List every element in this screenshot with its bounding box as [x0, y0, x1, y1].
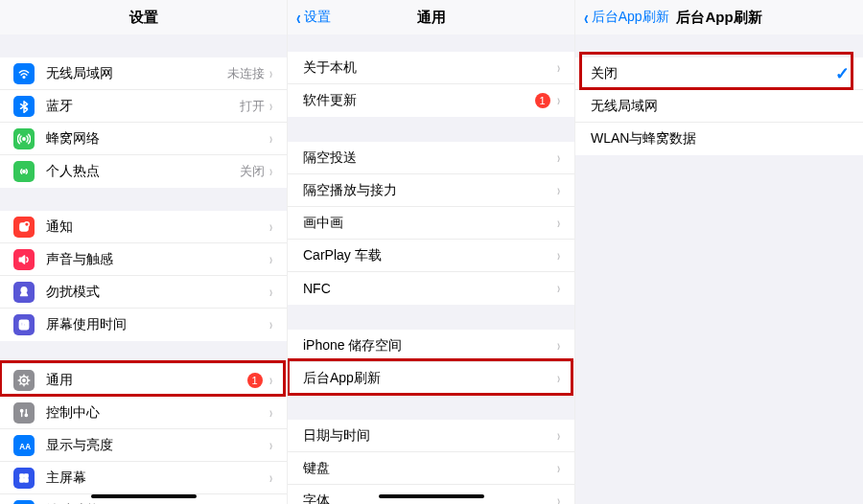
settings-row-hotspot[interactable]: 个人热点关闭› — [0, 155, 287, 188]
svg-point-2 — [23, 171, 25, 172]
chevron-right-icon: › — [557, 370, 560, 387]
hotspot-icon — [13, 161, 35, 182]
row-label: 蓝牙 — [46, 98, 240, 115]
row-label: 显示与亮度 — [46, 437, 269, 454]
chevron-right-icon: › — [269, 437, 272, 454]
chevron-right-icon: › — [269, 470, 272, 487]
row-label: 蜂窝网络 — [46, 130, 269, 148]
svg-rect-15 — [20, 478, 24, 482]
general-row[interactable]: 日期与时间› — [288, 420, 574, 452]
wifi-icon — [13, 63, 35, 84]
svg-rect-14 — [25, 473, 28, 477]
back-button[interactable]: ‹ 后台App刷新 — [583, 0, 669, 34]
cellular-icon — [13, 128, 35, 149]
svg-text:AA: AA — [19, 442, 31, 450]
settings-row-wifi[interactable]: 无线局域网未连接› — [0, 57, 287, 90]
back-label: 设置 — [304, 9, 331, 26]
chevron-right-icon: › — [269, 372, 272, 389]
row-label: CarPlay 车载 — [303, 247, 556, 264]
svg-point-1 — [23, 137, 25, 139]
chevron-right-icon: › — [557, 215, 560, 232]
settings-row-general[interactable]: 通用1› — [0, 364, 287, 397]
settings-row-screentime[interactable]: 屏幕使用时间› — [0, 309, 287, 341]
row-label: 键盘 — [303, 460, 556, 477]
general-row[interactable]: 隔空投送› — [288, 142, 574, 174]
settings-row-home[interactable]: 主屏幕› — [0, 462, 287, 494]
chevron-right-icon: › — [269, 130, 272, 148]
chevron-right-icon: › — [269, 65, 272, 82]
dnd-icon — [13, 282, 35, 303]
general-row[interactable]: 关于本机› — [288, 52, 574, 84]
chevron-right-icon: › — [557, 182, 560, 199]
chevron-right-icon: › — [269, 316, 272, 333]
row-label: NFC — [303, 281, 556, 296]
access-icon — [13, 500, 35, 505]
chevron-right-icon: › — [557, 92, 560, 109]
settings-row-cellular[interactable]: 蜂窝网络› — [0, 123, 287, 155]
svg-rect-13 — [20, 473, 24, 477]
row-label: 无线局域网 — [46, 65, 227, 82]
row-label: 关于本机 — [303, 59, 556, 77]
refresh-option-row[interactable]: 关闭✓ — [575, 57, 863, 90]
back-label: 后台App刷新 — [592, 9, 669, 26]
chevron-left-icon: ‹ — [584, 8, 589, 27]
row-label: 控制中心 — [46, 404, 269, 422]
bluetooth-icon — [13, 96, 35, 117]
general-row[interactable]: 画中画› — [288, 207, 574, 240]
settings-row-notify[interactable]: 通知› — [0, 211, 287, 243]
row-label: 屏幕使用时间 — [46, 316, 269, 333]
general-row[interactable]: 隔空播放与接力› — [288, 174, 574, 207]
settings-row-sound[interactable]: 声音与触感› — [0, 243, 287, 276]
nav-bar: 设置 — [0, 0, 287, 34]
general-panel: ‹ 设置 通用 关于本机›软件更新1›隔空投送›隔空播放与接力›画中画›CarP… — [288, 0, 575, 504]
general-row[interactable]: 软件更新1› — [288, 84, 574, 117]
refresh-option-row[interactable]: 无线局域网 — [575, 90, 863, 123]
chevron-right-icon: › — [557, 59, 560, 77]
chevron-right-icon: › — [269, 284, 272, 301]
checkmark-icon: ✓ — [835, 63, 850, 84]
settings-row-control[interactable]: 控制中心› — [0, 397, 287, 429]
display-icon: AA — [13, 435, 35, 456]
notify-icon — [13, 217, 35, 238]
row-value: 打开 — [240, 98, 265, 115]
sound-icon — [13, 249, 35, 270]
badge-icon: 1 — [535, 93, 550, 108]
row-label: 勿扰模式 — [46, 284, 269, 301]
general-icon — [13, 370, 35, 391]
settings-row-bluetooth[interactable]: 蓝牙打开› — [0, 90, 287, 123]
row-label: WLAN与蜂窝数据 — [591, 130, 850, 148]
row-label: 日期与时间 — [303, 427, 556, 445]
general-row[interactable]: 键盘› — [288, 452, 574, 485]
row-label: 画中画 — [303, 215, 556, 232]
general-row[interactable]: 后台App刷新› — [288, 362, 574, 395]
row-label: 声音与触感 — [46, 251, 269, 268]
nav-title: 后台App刷新 — [676, 9, 761, 27]
refresh-option-row[interactable]: WLAN与蜂窝数据 — [575, 123, 863, 155]
chevron-right-icon: › — [269, 251, 272, 268]
svg-rect-7 — [24, 324, 26, 326]
svg-point-9 — [23, 378, 25, 380]
chevron-right-icon: › — [557, 427, 560, 445]
back-button[interactable]: ‹ 设置 — [295, 0, 331, 34]
chevron-right-icon: › — [269, 218, 272, 236]
row-label: 软件更新 — [303, 92, 535, 109]
settings-row-dnd[interactable]: 勿扰模式› — [0, 276, 287, 309]
control-icon — [13, 402, 35, 424]
row-label: 个人热点 — [46, 163, 240, 180]
row-label: iPhone 储存空间 — [303, 337, 556, 355]
chevron-right-icon: › — [557, 149, 560, 167]
svg-rect-16 — [25, 478, 28, 482]
chevron-right-icon: › — [557, 493, 560, 505]
row-value: 关闭 — [240, 163, 265, 180]
chevron-right-icon: › — [269, 163, 272, 180]
general-row[interactable]: NFC› — [288, 272, 574, 305]
general-row[interactable]: iPhone 储存空间› — [288, 330, 574, 362]
settings-row-display[interactable]: AA显示与亮度› — [0, 429, 287, 462]
badge-icon: 1 — [247, 373, 263, 388]
screentime-icon — [13, 314, 35, 335]
general-row[interactable]: CarPlay 车载› — [288, 240, 574, 272]
row-label: 隔空播放与接力 — [303, 182, 556, 199]
chevron-right-icon: › — [557, 280, 560, 297]
chevron-right-icon: › — [269, 98, 272, 115]
nav-title: 通用 — [417, 9, 446, 27]
